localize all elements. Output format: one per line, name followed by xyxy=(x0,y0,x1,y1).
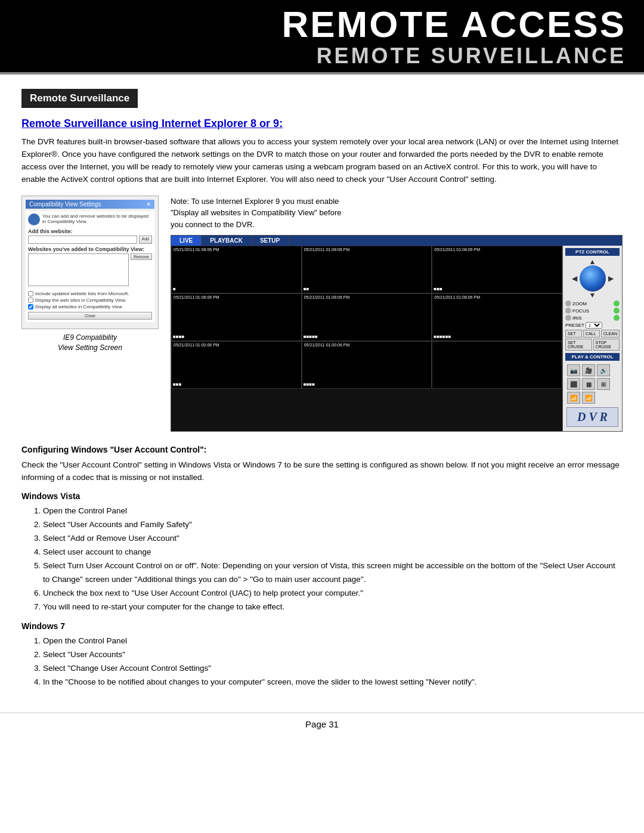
play-control-title: PLAY & CONTROL xyxy=(565,353,620,361)
list-item: Select "Add or Remove User Account" xyxy=(43,532,623,546)
section-label: Remote Surveillance xyxy=(21,89,138,108)
dvr-logo-text: D V R xyxy=(577,410,608,423)
cam5-id: ■■■■■ xyxy=(304,334,318,339)
vista-heading: Windows Vista xyxy=(21,491,623,501)
ie9-cb1-label: Include updated website lists from Micro… xyxy=(35,291,129,296)
cam2-timestamp: 05/21/2011 01:08:06 PM xyxy=(304,247,351,252)
list-item: Select Turn User Account Control on or o… xyxy=(43,559,623,587)
ie9-cb3-row: Display all websites in Compatibility Vi… xyxy=(28,304,152,309)
ptz-stop-cruise-btn[interactable]: STOP CRUISE xyxy=(593,339,620,351)
ptz-center-ball[interactable] xyxy=(580,265,606,292)
ptz-iris-row: IRIS xyxy=(565,315,620,321)
ptz-preset-select[interactable]: 1 xyxy=(586,322,602,329)
ptz-zoom-label: ZOOM xyxy=(572,301,612,306)
list-item: Select "Change User Account Control Sett… xyxy=(43,662,623,676)
right-panel: Note: To use Internet Explorer 9 you mus… xyxy=(171,196,623,432)
cam7-id: ■■■ xyxy=(173,382,182,387)
ptz-down-btn[interactable]: ▼ xyxy=(589,291,596,299)
ptz-focus-label: FOCUS xyxy=(572,308,612,314)
ie9-close-icon[interactable]: ✕ xyxy=(146,201,151,208)
ie9-dialog-content: You can add and remove websites to be di… xyxy=(26,211,154,322)
camera-cell-3: 05/21/2011 01:08:06 PM ■■■ xyxy=(432,246,562,293)
ptz-iris-plus-dot[interactable] xyxy=(614,315,620,321)
pc-icon-6[interactable]: ⊞ xyxy=(597,378,610,390)
cam4-timestamp: 05/21/2011 01:08:06 PM xyxy=(173,295,220,299)
dvr-cameras: 05/21/2011 01:08:06 PM ■ 05/21/2011 01:0… xyxy=(171,246,562,431)
ptz-focus-row: FOCUS xyxy=(565,308,620,314)
ie9-dialog-title: Compatibility View Settings xyxy=(29,201,101,208)
cam8-timestamp: 05/21/2011 01:00:06 PM xyxy=(304,343,351,347)
ie9-close-dialog-btn[interactable]: Close xyxy=(28,312,152,320)
pc-icon-4[interactable]: ⬛ xyxy=(567,378,580,390)
dvr-main: 05/21/2011 01:08:06 PM ■ 05/21/2011 01:0… xyxy=(171,246,622,431)
ie9-dialog: Compatibility View Settings ✕ You can ad… xyxy=(21,196,159,329)
ptz-focus-plus-dot[interactable] xyxy=(614,308,620,314)
ptz-preset-row: PRESET 1 xyxy=(565,322,620,329)
cam1-id: ■ xyxy=(173,286,176,292)
ptz-preset-label: PRESET xyxy=(565,323,584,328)
ptz-focus-dot xyxy=(565,308,571,314)
dvr-side-panel: PTZ CONTROL ▲ ▼ ◀ ▶ ZOOM xyxy=(562,246,622,431)
list-item: You will need to re-start your computer … xyxy=(43,600,623,614)
ie9-cb3-check[interactable] xyxy=(28,304,33,309)
pc-icon-3[interactable]: 🔊 xyxy=(597,364,610,376)
ptz-action-row2: SET CRUISE STOP CRUISE xyxy=(565,339,620,351)
dvr-tab-setup[interactable]: SETUP xyxy=(252,236,289,246)
list-item: Open the Control Panel xyxy=(43,504,623,518)
ie9-add-btn[interactable]: Add xyxy=(139,236,152,244)
ptz-call-btn[interactable]: CALL xyxy=(583,330,600,337)
page-footer: Page 31 xyxy=(0,713,644,735)
ie9-caption-line1: IE9 Compatibility xyxy=(63,333,117,342)
ptz-left-btn[interactable]: ◀ xyxy=(572,274,577,283)
ptz-section-title: PTZ CONTROL xyxy=(565,248,620,256)
cam3-id: ■■■ xyxy=(434,286,442,292)
page-header: REMOTE ACCESS REMOTE SURVEILLANCE xyxy=(0,0,644,72)
ie9-close-row: Close xyxy=(28,312,152,320)
ptz-set-btn[interactable]: SET xyxy=(565,330,582,337)
cam2-id: ■■ xyxy=(304,286,309,292)
ie9-side-btns: Remove xyxy=(131,253,152,289)
ptz-clean-btn[interactable]: CLEAN xyxy=(601,330,620,337)
ie9-cb1-check[interactable] xyxy=(28,291,33,296)
camera-cell-9 xyxy=(432,341,562,389)
ie9-caption-line2: View Setting Screen xyxy=(58,343,122,352)
camera-cell-4: 05/21/2011 01:08:06 PM ■■■■ xyxy=(171,293,302,341)
section-heading-link[interactable]: Remote Surveillance using Internet Explo… xyxy=(21,117,623,130)
ptz-up-btn[interactable]: ▲ xyxy=(589,258,596,266)
intro-text: The DVR features built-in browser-based … xyxy=(21,136,623,186)
win7-steps-list: Open the Control Panel Select "User Acco… xyxy=(43,634,623,689)
dvr-tab-live[interactable]: LIVE xyxy=(171,236,202,246)
content-area: Remote Surveillance Remote Surveillance … xyxy=(0,75,644,701)
ie9-remove-btn[interactable]: Remove xyxy=(131,253,152,260)
pc-icon-8[interactable]: 📶 xyxy=(582,392,595,404)
dvr-tab-playback[interactable]: PLAYBACK xyxy=(202,236,252,246)
pc-icon-2[interactable]: 🎥 xyxy=(582,364,595,376)
pc-icon-7[interactable]: 📶 xyxy=(567,392,580,404)
cam6-id: ■■■■■■ xyxy=(434,334,451,339)
ptz-zoom-dot xyxy=(565,301,571,306)
ptz-set-cruise-btn[interactable]: SET CRUISE xyxy=(565,339,592,351)
header-title-sub: REMOTE SURVEILLANCE xyxy=(18,43,626,69)
cam6-timestamp: 05/21/2011 01:08:06 PM xyxy=(434,295,481,299)
config-heading: Configuring Windows "User Account Contro… xyxy=(21,445,623,454)
ie9-list-label: Websites you've added to Compatibility V… xyxy=(28,246,152,252)
ptz-right-btn[interactable]: ▶ xyxy=(608,274,614,283)
camera-cell-8: 05/21/2011 01:00:06 PM ■■■■ xyxy=(302,341,432,389)
ie9-dialog-titlebar: Compatibility View Settings ✕ xyxy=(26,200,154,209)
ptz-zoom-plus-dot[interactable] xyxy=(614,301,620,306)
win7-heading: Windows 7 xyxy=(21,621,623,631)
config-body: Check the "User Account Control" setting… xyxy=(21,459,623,484)
ptz-iris-dot xyxy=(565,315,571,321)
pc-icon-1[interactable]: 📷 xyxy=(567,364,580,376)
ie9-url-input[interactable] xyxy=(28,236,137,244)
camera-grid: 05/21/2011 01:08:06 PM ■ 05/21/2011 01:0… xyxy=(171,246,562,389)
vista-steps-list: Open the Control Panel Select "User Acco… xyxy=(43,504,623,614)
cam4-id: ■■■■ xyxy=(173,334,184,339)
list-item: Uncheck the box next to "Use User Accoun… xyxy=(43,587,623,600)
camera-cell-6: 05/21/2011 01:08:06 PM ■■■■■■ xyxy=(432,293,562,341)
pc-icon-5[interactable]: ▦ xyxy=(582,378,595,390)
camera-cell-2: 05/21/2011 01:08:06 PM ■■ xyxy=(302,246,432,293)
screenshot-area: Compatibility View Settings ✕ You can ad… xyxy=(21,196,623,432)
ie9-caption: IE9 Compatibility View Setting Screen xyxy=(21,333,159,353)
ie9-cb2-check[interactable] xyxy=(28,298,33,303)
